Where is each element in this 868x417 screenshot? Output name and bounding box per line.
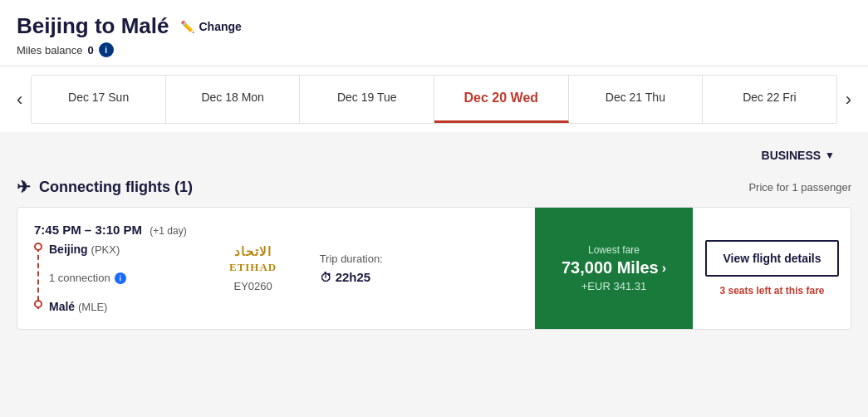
flights-section: BUSINESS ▼ ✈ Connecting flights (1) Pric… [0,142,868,346]
dates-strip: Dec 17 Sun Dec 18 Mon Dec 19 Tue Dec 20 … [31,75,836,124]
view-flight-details-button[interactable]: View flight details [705,240,839,277]
date-dec22[interactable]: Dec 22 Fri [703,76,836,123]
cabin-selector-button[interactable]: BUSINESS ▼ [762,149,835,162]
trip-duration-area: Trip duration: ⏱ 22h25 [320,253,419,284]
flight-number: EY0260 [233,280,272,292]
connecting-flights-title: Connecting flights (1) [39,179,193,196]
cabin-row: BUSINESS ▼ [17,142,851,169]
fare-miles: 73,000 Miles [562,258,659,277]
date-dec18[interactable]: Dec 18 Mon [166,76,301,123]
price-for-pax: Price for 1 passenger [748,181,851,194]
day-offset: (+1 day) [150,225,186,237]
miles-balance-label: Miles balance [17,44,83,56]
trip-duration-value: 22h25 [336,270,371,284]
seats-left: 3 seats left at this fare [705,285,839,297]
pencil-icon: ✏️ [180,20,194,33]
flight-right-actions: View flight details 3 seats left at this… [693,208,851,329]
fare-chevron-icon: › [662,261,666,276]
plane-icon: ✈ [17,177,31,197]
flight-times-route: 7:45 PM – 3:10 PM (+1 day) Beijing (PKX) [34,223,187,314]
chevron-down-icon: ▼ [825,150,835,161]
date-dec21[interactable]: Dec 21 Thu [569,76,704,123]
prev-dates-button[interactable]: ‹ [8,82,31,117]
clock-icon: ⏱ [320,271,331,284]
airline-logo: الاتحاد ETIHAD [229,244,277,274]
fare-box[interactable]: Lowest fare 73,000 Miles › +EUR 341.31 [535,208,693,329]
connection-info: 1 connection i [49,268,187,287]
date-dec20[interactable]: Dec 20 Wed [434,76,569,123]
miles-balance-value: 0 [88,44,94,56]
date-picker: ‹ Dec 17 Sun Dec 18 Mon Dec 19 Tue Dec 2… [0,66,868,132]
date-dec19[interactable]: Dec 19 Tue [300,76,434,123]
flight-main: 7:45 PM – 3:10 PM (+1 day) Beijing (PKX) [17,208,535,329]
change-button[interactable]: ✏️ Change [180,20,241,33]
airline-logo-area: الاتحاد ETIHAD EY0260 [212,244,295,292]
connection-info-icon[interactable]: i [115,272,126,284]
miles-info-icon[interactable]: i [99,42,114,57]
flights-header: ✈ Connecting flights (1) Price for 1 pas… [17,169,851,207]
trip-duration-label: Trip duration: [320,253,419,265]
fare-eur: +EUR 341.31 [581,280,646,292]
origin-city: Beijing (PKX) [49,243,120,256]
arrive-time: 3:10 PM [95,223,142,237]
fare-label: Lowest fare [588,244,640,256]
flight-card: 7:45 PM – 3:10 PM (+1 day) Beijing (PKX) [17,207,851,330]
page-header: Beijing to Malé ✏️ Change Miles balance … [0,0,868,66]
depart-time: 7:45 PM [34,223,81,237]
page-title: Beijing to Malé [17,13,169,39]
destination-city: Malé (MLE) [49,300,107,313]
date-dec17[interactable]: Dec 17 Sun [32,76,166,123]
next-dates-button[interactable]: › [837,82,860,117]
